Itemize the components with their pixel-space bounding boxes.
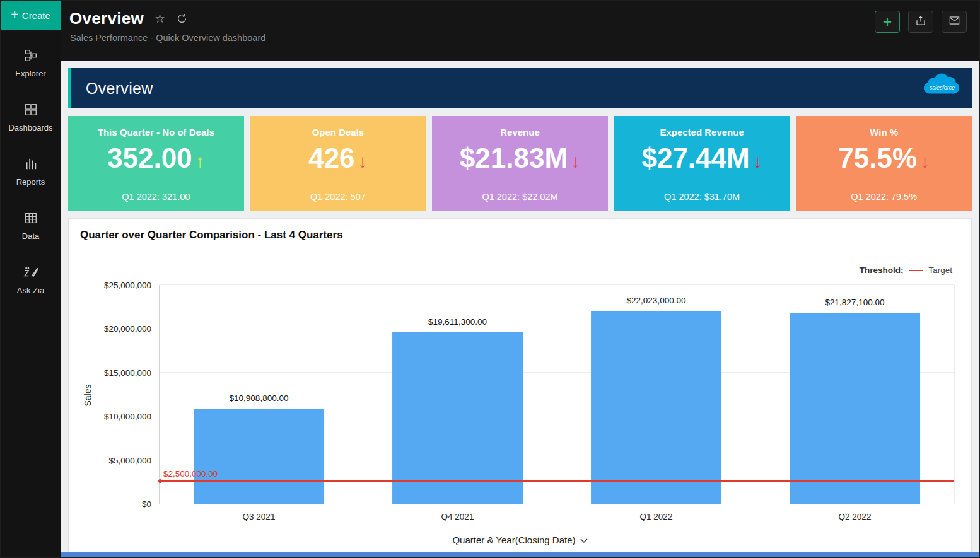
trend-up-icon: ↑ [195,151,205,171]
sidebar-item-explorer[interactable]: Explorer [1,36,61,90]
plot-area: $0$5,000,000$10,000,000$15,000,000$20,00… [159,285,955,504]
chart-card: Quarter over Quarter Comparision - Last … [68,218,972,553]
kpi-compare: Q1 2022: 321.00 [68,192,244,202]
kpi-compare: Q1 2022: 507 [250,192,426,202]
trend-down-icon: ↓ [753,151,762,171]
x-tick-label: Q2 2022 [755,512,954,521]
legend-item-target[interactable]: Target [928,265,952,275]
y-axis-title: Sales [83,384,93,406]
create-button[interactable]: + Create [1,1,61,30]
bar-column: $22,023,000.00Q1 2022 [557,285,755,504]
kpi-compare: Q1 2022: $31.70M [614,192,790,202]
kpi-compare: Q1 2022: 79.5% [796,192,972,202]
bar-value-label: $10,908,800.00 [230,393,289,403]
app-window: + Create Explorer Dashboards Reports [0,0,980,558]
plot-wrap: $0$5,000,000$10,000,000$15,000,000$20,00… [159,285,955,504]
kpi-title: Open Deals [250,127,426,137]
kpi-card-open-deals[interactable]: Open Deals 426↓ Q1 2022: 507 [250,116,426,211]
bar-q1-2022[interactable] [591,311,722,504]
explorer-icon [24,48,38,63]
sidebar-item-label: Dashboards [8,123,52,132]
sidebar-item-data[interactable]: Data [1,199,61,253]
sidebar-item-dashboards[interactable]: Dashboards [1,90,61,144]
kpi-title: Win % [796,127,972,137]
header-actions: + [875,11,967,33]
sidebar-item-label: Reports [16,177,45,187]
y-tick-label: $5,000,000 [108,455,151,465]
kpi-card-expected-revenue[interactable]: Expected Revenue $27.44M↓ Q1 2022: $31.7… [614,116,790,211]
sidebar-item-label: Data [22,231,39,241]
data-icon [24,211,38,226]
banner-title: Overview [86,79,153,98]
bar-column: $21,827,100.00Q2 2022 [755,285,954,504]
kpi-value: $27.44M [641,142,749,173]
x-tick-label: Q3 2021 [160,512,358,521]
y-tick-label: $15,000,000 [104,368,151,377]
dashboards-icon [24,102,38,117]
kpi-title: Revenue [432,127,608,137]
kpi-value: 426 [308,142,354,173]
kpi-value: 352.00 [107,142,192,173]
page-subtitle: Sales Performance - Quick Overview dashb… [61,28,979,43]
reports-icon [24,156,38,171]
add-button[interactable]: + [875,11,900,33]
kpi-card-deals[interactable]: This Quarter - No of Deals 352.00↑ Q1 20… [68,116,244,211]
svg-text:salesforce: salesforce [930,84,955,91]
mail-icon [948,15,960,29]
mail-button[interactable] [942,11,967,33]
sidebar: + Create Explorer Dashboards Reports [1,1,61,557]
y-tick-label: $10,000,000 [104,412,151,421]
trend-down-icon: ↓ [571,151,580,171]
plus-icon: + [883,14,892,30]
chart-header: Quarter over Quarter Comparision - Last … [69,219,971,252]
threshold-value-label: $2,500,000.00 [163,469,218,479]
x-tick-label: Q1 2022 [557,512,755,521]
x-axis-title[interactable]: Quarter & Year(Closing Date) [452,535,587,545]
page-title: Overview [69,9,144,28]
kpi-card-win-percent[interactable]: Win % 75.5%↓ Q1 2022: 79.5% [796,116,972,211]
sidebar-nav: Explorer Dashboards Reports Data [1,36,61,307]
legend-label: Threshold: [860,265,904,275]
trend-down-icon: ↓ [920,151,930,171]
create-button-label: Create [22,10,50,21]
bar-value-label: $19,611,300.00 [428,317,487,327]
sidebar-item-ask-zia[interactable]: Ask Zia [1,253,61,307]
bar-q2-2022[interactable] [790,313,921,504]
kpi-row: This Quarter - No of Deals 352.00↑ Q1 20… [68,116,972,211]
chart-title: Quarter over Quarter Comparision - Last … [80,229,343,241]
bar-q3-2021[interactable] [194,409,325,504]
sidebar-item-reports[interactable]: Reports [1,144,61,199]
x-axis-title-label: Quarter & Year(Closing Date) [452,535,575,545]
horizontal-scrollbar[interactable] [61,552,979,557]
bar-column: $19,611,300.00Q4 2021 [358,285,557,504]
plus-icon: + [11,8,18,22]
kpi-title: This Quarter - No of Deals [68,127,244,137]
kpi-compare: Q1 2022: $22.02M [432,192,608,202]
bar-q4-2021[interactable] [392,332,523,504]
threshold-line-swatch [909,270,923,271]
bar-value-label: $21,827,100.00 [825,298,885,307]
zia-icon [23,265,39,280]
y-tick-label: $25,000,000 [104,281,151,290]
y-tick-label: $0 [142,499,151,509]
export-button[interactable] [908,11,933,33]
kpi-title: Expected Revenue [614,127,790,137]
sidebar-item-label: Explorer [15,69,45,78]
kpi-value: $21.83M [460,142,568,173]
y-tick-label: $20,000,000 [104,324,151,334]
sidebar-item-label: Ask Zia [17,286,44,295]
refresh-icon[interactable] [176,13,188,25]
chevron-down-icon [580,535,588,545]
salesforce-logo: salesforce [921,71,962,103]
bar-value-label: $22,023,000.00 [627,296,686,305]
kpi-card-revenue[interactable]: Revenue $21.83M↓ Q1 2022: $22.02M [432,116,608,211]
dashboard-banner: Overview salesforce [68,68,972,108]
dashboard-main: Overview salesforce This Qu [61,61,979,557]
favorite-star-icon[interactable]: ☆ [155,13,165,25]
header: Overview ☆ Sales Performance - Quick Ove… [61,1,979,61]
threshold-target-line[interactable] [160,480,954,482]
x-tick-label: Q4 2021 [358,512,557,521]
chart-legend: Threshold: Target [860,265,952,275]
trend-down-icon: ↓ [358,151,368,171]
kpi-value: 75.5% [838,142,917,173]
